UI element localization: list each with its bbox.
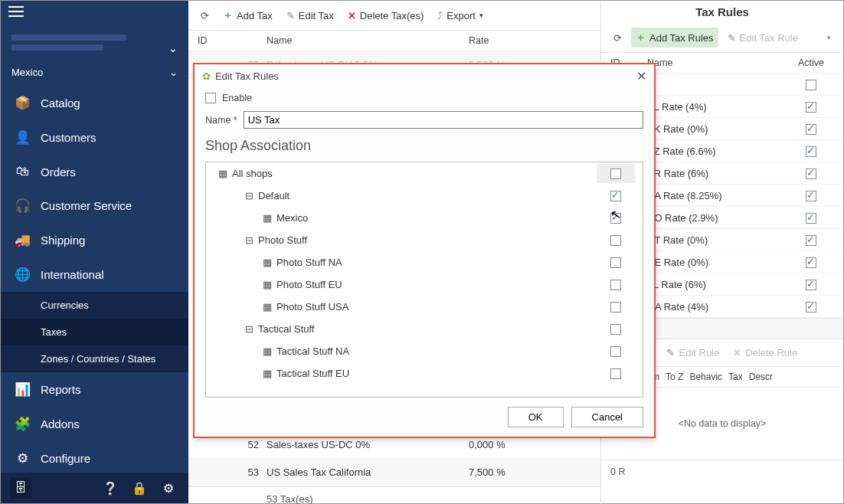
tax-row[interactable]: 53US Sales Tax California7,500 % <box>188 459 600 486</box>
col-behavic[interactable]: Behavic <box>689 371 722 382</box>
edit-tax-button[interactable]: ✎Edit Tax <box>282 7 339 25</box>
tree-icon: ⊟ <box>240 190 258 201</box>
active-checkbox[interactable] <box>806 280 816 290</box>
active-checkbox[interactable] <box>806 102 816 113</box>
shop-checkbox[interactable] <box>610 191 621 201</box>
sidebar-item-orders[interactable]: 🛍Orders <box>1 155 188 188</box>
col-id[interactable]: ID <box>198 35 267 46</box>
sidebar-sub-zones-countries-states[interactable]: Zones / Countries / States <box>1 345 188 372</box>
shop-node[interactable]: ▦Mexico <box>206 207 643 229</box>
checkbox[interactable] <box>806 80 816 90</box>
delete-tax-button[interactable]: ✕Delete Tax(es) <box>343 7 429 25</box>
app-icon: ✿ <box>202 70 211 82</box>
export-button[interactable]: ⤴Export▾ <box>433 7 488 25</box>
sidebar-item-configure[interactable]: ⚙Configure <box>1 441 188 473</box>
shop-checkbox[interactable] <box>610 257 621 268</box>
cancel-button[interactable]: Cancel <box>571 407 643 427</box>
col-name[interactable]: Name <box>267 35 469 46</box>
reports-icon: 📊 <box>15 381 30 398</box>
hamburger-icon[interactable] <box>8 6 24 17</box>
active-checkbox[interactable] <box>806 257 816 268</box>
refresh-button[interactable]: ⟳ <box>196 7 214 25</box>
tree-icon: ▦ <box>214 168 232 179</box>
add-tax-label: Add Tax <box>237 10 273 21</box>
refresh-rules-button[interactable]: ⟳ <box>609 29 626 47</box>
drawer-icon[interactable]: 🗄 <box>10 478 31 498</box>
shop-checkbox[interactable] <box>610 302 621 313</box>
shop-node[interactable]: ▦Tactical Stuff EU <box>206 362 643 385</box>
col-rate[interactable]: Rate <box>469 35 591 46</box>
sidebar-item-shipping[interactable]: 🚚Shipping <box>1 223 188 257</box>
delete-tax-label: Delete Tax(es) <box>360 10 424 21</box>
shop-node[interactable]: ⊟Default <box>206 185 643 207</box>
shop-node[interactable]: ▦Tactical Stuff NA <box>206 340 643 362</box>
chevron-down-icon: ⌄ <box>169 67 178 78</box>
col-tax[interactable]: Tax <box>728 371 743 382</box>
shop-checkbox[interactable] <box>610 169 621 179</box>
active-checkbox[interactable] <box>806 213 816 224</box>
sidebar-item-customer-service[interactable]: 🎧Customer Service <box>1 188 188 223</box>
orders-icon: 🛍 <box>15 164 30 179</box>
shop-node[interactable]: ▦All shops <box>206 162 643 185</box>
active-checkbox[interactable] <box>806 124 816 135</box>
shop-checkbox[interactable] <box>610 280 621 290</box>
close-icon[interactable]: ✕ <box>636 69 646 83</box>
gear-icon[interactable]: ⚙ <box>158 481 179 496</box>
shop-node[interactable]: ⊟Tactical Stuff <box>206 318 643 340</box>
edit-rule-button[interactable]: ✎Edit Rule <box>662 344 724 362</box>
active-checkbox[interactable] <box>806 302 816 313</box>
sidebar-sub-taxes[interactable]: Taxes <box>1 319 188 345</box>
tree-icon: ▦ <box>258 368 276 379</box>
ok-button[interactable]: OK <box>508 407 564 427</box>
edit-tax-rule-button[interactable]: ✎Edit Tax Rule <box>723 29 803 47</box>
enable-label: Enable <box>222 93 252 103</box>
edit-tax-rules-modal: ✿Edit Tax Rules ✕ Enable Name * Shop Ass… <box>193 63 656 438</box>
tree-icon: ▦ <box>258 279 276 290</box>
sidebar-item-addons[interactable]: 🧩Addons <box>1 407 188 441</box>
context-selector[interactable]: Mexico ⌄ <box>1 62 188 86</box>
col-descr[interactable]: Descr <box>749 371 773 382</box>
shipping-icon: 🚚 <box>15 232 30 248</box>
col-active[interactable]: Active <box>788 57 834 68</box>
shop-checkbox[interactable] <box>610 324 621 335</box>
sidebar-sub-currencies[interactable]: Currencies <box>1 292 188 319</box>
shop-node[interactable]: ▦Photo Stuff NA <box>206 251 643 273</box>
tenant-selector[interactable]: ⌄ <box>1 25 188 62</box>
add-tax-rules-button[interactable]: ＋Add Tax Rules <box>631 28 718 47</box>
sidebar-item-customers[interactable]: 👤Customers <box>1 120 188 155</box>
chevron-down-icon: ⌄ <box>168 42 178 54</box>
shop-checkbox[interactable] <box>610 346 621 357</box>
shop-node[interactable]: ▦Photo Stuff USA <box>206 296 643 318</box>
active-checkbox[interactable] <box>806 169 816 179</box>
caret-down-icon[interactable]: ▾ <box>823 31 836 44</box>
shop-node[interactable]: ▦Photo Stuff EU <box>206 273 643 296</box>
shop-checkbox[interactable] <box>610 368 621 379</box>
sidebar: ⌄ Mexico ⌄ 📦Catalog👤Customers🛍Orders🎧Cus… <box>1 1 188 503</box>
active-checkbox[interactable] <box>806 146 816 157</box>
panel-title: Tax Rules <box>601 1 843 23</box>
delete-rule-button[interactable]: ✕Delete Rule <box>728 344 802 362</box>
rules-count: 0 R <box>601 460 843 483</box>
active-checkbox[interactable] <box>806 191 816 201</box>
sidebar-item-catalog[interactable]: 📦Catalog <box>1 86 188 120</box>
help-icon[interactable]: ❔ <box>100 481 121 496</box>
col-to z[interactable]: To Z <box>666 371 683 382</box>
customer service-icon: 🎧 <box>15 198 30 214</box>
edit-tax-label: Edit Tax <box>299 10 334 21</box>
shop-checkbox[interactable] <box>610 213 621 224</box>
add-tax-button[interactable]: ＋Add Tax <box>218 5 277 25</box>
tree-icon: ⊟ <box>240 234 258 246</box>
name-input[interactable] <box>244 111 643 129</box>
sidebar-item-international[interactable]: 🌐International <box>1 257 188 292</box>
configure-icon: ⚙ <box>15 450 30 466</box>
lock-icon[interactable]: 🔒 <box>129 481 150 496</box>
col-name[interactable]: Name <box>647 57 788 68</box>
sidebar-item-reports[interactable]: 📊Reports <box>1 372 188 407</box>
enable-checkbox[interactable] <box>205 93 216 103</box>
shop-checkbox[interactable] <box>610 235 621 246</box>
international-icon: 🌐 <box>15 267 30 283</box>
active-checkbox[interactable] <box>806 235 816 246</box>
shop-node[interactable]: ⊟Photo Stuff <box>206 229 643 251</box>
export-label: Export <box>447 10 476 21</box>
customers-icon: 👤 <box>15 129 30 146</box>
